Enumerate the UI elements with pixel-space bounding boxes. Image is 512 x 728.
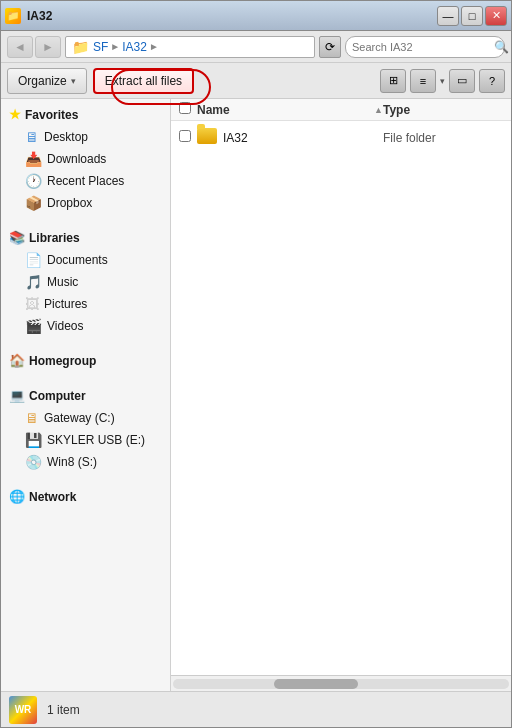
- folder-icon: [197, 128, 217, 147]
- favorites-star-icon: ★: [9, 107, 21, 122]
- col-type-label: Type: [383, 103, 410, 117]
- file-pane: Name ▲ Type IA32: [171, 99, 511, 691]
- sidebar-item-videos-label: Videos: [47, 319, 83, 333]
- breadcrumb-sep-2: ►: [149, 41, 159, 52]
- maximize-button[interactable]: □: [461, 6, 483, 26]
- recent-places-icon: 🕐: [25, 173, 42, 189]
- scrollbar-track[interactable]: [173, 679, 509, 689]
- window-icon: 📁: [5, 8, 21, 24]
- sidebar-item-gateway[interactable]: 🖥 Gateway (C:): [1, 407, 170, 429]
- winrar-label: WR: [15, 704, 32, 715]
- preview-pane-button[interactable]: ▭: [449, 69, 475, 93]
- sidebar-item-downloads-label: Downloads: [47, 152, 106, 166]
- toolbar-right: ⊞ ≡ ▾ ▭ ?: [380, 69, 505, 93]
- file-list: IA32 File folder: [171, 121, 511, 675]
- sidebar-item-recent-places[interactable]: 🕐 Recent Places: [1, 170, 170, 192]
- col-name-label: Name: [197, 103, 230, 117]
- divider-2: [1, 341, 170, 349]
- sidebar-item-music[interactable]: 🎵 Music: [1, 271, 170, 293]
- sidebar-header-libraries[interactable]: 📚 Libraries: [1, 226, 170, 249]
- sidebar-item-win8[interactable]: 💿 Win8 (S:): [1, 451, 170, 473]
- dropbox-icon: 📦: [25, 195, 42, 211]
- sidebar-item-downloads[interactable]: 📥 Downloads: [1, 148, 170, 170]
- col-type[interactable]: Type: [383, 103, 503, 117]
- nav-buttons: ◄ ►: [7, 36, 61, 58]
- horizontal-scrollbar[interactable]: [171, 675, 511, 691]
- sidebar-section-computer: 💻 Computer 🖥 Gateway (C:) 💾 SKYLER USB (…: [1, 384, 170, 473]
- sidebar-item-recent-label: Recent Places: [47, 174, 124, 188]
- sidebar-header-network[interactable]: 🌐 Network: [1, 485, 170, 508]
- row-checkbox[interactable]: [179, 130, 197, 145]
- sidebar-header-favorites[interactable]: ★ Favorites: [1, 103, 170, 126]
- file-checkbox[interactable]: [179, 130, 191, 142]
- window-title: IA32: [27, 9, 52, 23]
- pictures-icon: 🖼: [25, 296, 39, 312]
- sidebar-section-favorites: ★ Favorites 🖥 Desktop 📥 Downloads 🕐 Rece…: [1, 103, 170, 214]
- sidebar-header-computer[interactable]: 💻 Computer: [1, 384, 170, 407]
- breadcrumb-sep-1: ►: [110, 41, 120, 52]
- sidebar-item-desktop[interactable]: 🖥 Desktop: [1, 126, 170, 148]
- search-input[interactable]: [352, 41, 490, 53]
- organize-arrow: ▾: [71, 76, 76, 86]
- sidebar-header-homegroup[interactable]: 🏠 Homegroup: [1, 349, 170, 372]
- view-mode-button[interactable]: ≡: [410, 69, 436, 93]
- view-layout-button[interactable]: ⊞: [380, 69, 406, 93]
- favorites-label: Favorites: [25, 108, 78, 122]
- divider-3: [1, 376, 170, 384]
- network-label: Network: [29, 490, 76, 504]
- extract-all-button[interactable]: Extract all files: [93, 68, 194, 94]
- status-bar: WR 1 item: [1, 691, 511, 727]
- videos-icon: 🎬: [25, 318, 42, 334]
- sidebar-section-homegroup: 🏠 Homegroup: [1, 349, 170, 372]
- sidebar-item-skyler-usb[interactable]: 💾 SKYLER USB (E:): [1, 429, 170, 451]
- sidebar-item-videos[interactable]: 🎬 Videos: [1, 315, 170, 337]
- downloads-icon: 📥: [25, 151, 42, 167]
- libraries-label: Libraries: [29, 231, 80, 245]
- sidebar-item-win8-label: Win8 (S:): [47, 455, 97, 469]
- help-button[interactable]: ?: [479, 69, 505, 93]
- sidebar-item-documents[interactable]: 📄 Documents: [1, 249, 170, 271]
- address-box[interactable]: 📁 SF ► IA32 ►: [65, 36, 315, 58]
- organize-label: Organize: [18, 74, 67, 88]
- breadcrumb-ia32[interactable]: IA32: [122, 40, 147, 54]
- file-type: File folder: [383, 131, 503, 145]
- minimize-button[interactable]: —: [437, 6, 459, 26]
- file-name: IA32: [223, 131, 383, 145]
- winrar-icon: WR: [9, 696, 37, 724]
- select-all-checkbox[interactable]: [179, 102, 191, 114]
- scrollbar-thumb[interactable]: [274, 679, 358, 689]
- organize-button[interactable]: Organize ▾: [7, 68, 87, 94]
- sidebar-section-libraries: 📚 Libraries 📄 Documents 🎵 Music 🖼 Pictur…: [1, 226, 170, 337]
- pane-scroll-area: IA32 File folder: [171, 121, 511, 691]
- sort-arrow: ▲: [374, 105, 383, 115]
- col-name[interactable]: Name ▲: [197, 103, 383, 117]
- search-box[interactable]: 🔍: [345, 36, 505, 58]
- back-button[interactable]: ◄: [7, 36, 33, 58]
- close-button[interactable]: ✕: [485, 6, 507, 26]
- forward-button[interactable]: ►: [35, 36, 61, 58]
- header-checkbox: [179, 102, 197, 117]
- status-item-count: 1 item: [47, 703, 80, 717]
- zip-folder-icon: [197, 128, 217, 144]
- gateway-drive-icon: 🖥: [25, 410, 39, 426]
- file-header: Name ▲ Type: [171, 99, 511, 121]
- sidebar-item-dropbox-label: Dropbox: [47, 196, 92, 210]
- sidebar-item-pictures[interactable]: 🖼 Pictures: [1, 293, 170, 315]
- main-content: ★ Favorites 🖥 Desktop 📥 Downloads 🕐 Rece…: [1, 99, 511, 691]
- title-bar-left: 📁 IA32: [5, 8, 52, 24]
- usb-icon: 💾: [25, 432, 42, 448]
- address-folder-icon: 📁: [72, 39, 89, 55]
- sidebar-item-dropbox[interactable]: 📦 Dropbox: [1, 192, 170, 214]
- toolbar: Organize ▾ Extract all files ⊞ ≡ ▾ ▭ ?: [1, 63, 511, 99]
- divider-4: [1, 477, 170, 485]
- table-row[interactable]: IA32 File folder: [171, 125, 511, 150]
- sidebar: ★ Favorites 🖥 Desktop 📥 Downloads 🕐 Rece…: [1, 99, 171, 691]
- sidebar-item-documents-label: Documents: [47, 253, 108, 267]
- view-arrow[interactable]: ▾: [440, 76, 445, 86]
- refresh-button[interactable]: ⟳: [319, 36, 341, 58]
- network-icon: 🌐: [9, 489, 25, 504]
- breadcrumb-sf[interactable]: SF: [93, 40, 108, 54]
- search-icon: 🔍: [494, 40, 509, 54]
- computer-icon: 💻: [9, 388, 25, 403]
- sidebar-item-usb-label: SKYLER USB (E:): [47, 433, 145, 447]
